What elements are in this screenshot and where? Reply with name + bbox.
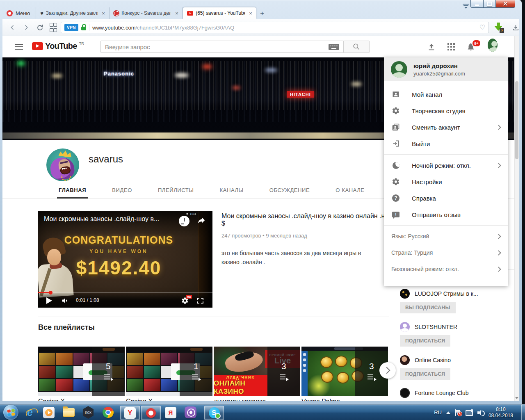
tab-videos[interactable]: ВИДЕО	[112, 182, 132, 199]
banner-light	[232, 86, 240, 89]
start-button[interactable]	[3, 405, 18, 420]
related-channel-row[interactable]: Online Casino	[400, 355, 515, 365]
hamburger-menu-icon[interactable]	[15, 44, 23, 50]
downloads-button[interactable]	[510, 23, 521, 32]
menu-item-creator-studio[interactable]: Творческая студия	[384, 103, 508, 119]
show-desktop-button[interactable]	[521, 404, 525, 420]
fullscreen-button[interactable]	[197, 298, 203, 304]
volume-button[interactable]	[61, 297, 69, 305]
network-icon[interactable]	[466, 409, 473, 416]
language-indicator[interactable]: RU	[434, 409, 442, 415]
upload-button[interactable]	[427, 42, 436, 52]
playlist-title[interactable]: Casino X	[38, 398, 65, 401]
tab-discussion[interactable]: ОБСУЖДЕНИЕ	[269, 182, 310, 199]
new-tab-button[interactable]: +	[256, 8, 268, 19]
reload-button[interactable]	[34, 23, 45, 32]
channel-link[interactable]: Online Casino	[415, 357, 451, 363]
scrollbar-down-arrow[interactable]	[515, 397, 518, 399]
keyboard-icon[interactable]	[329, 44, 339, 50]
scrollbar-thumb[interactable]	[515, 81, 518, 159]
taskbar-yandex-browser[interactable]: Y	[120, 406, 140, 420]
tab-menu-icon[interactable]	[461, 3, 470, 9]
player-video-title[interactable]: Мои скромные заносы .слайд-шоу в...	[44, 215, 163, 223]
subscribe-button[interactable]: ПОДПИСАТЬСЯ	[400, 368, 450, 380]
related-channel-row[interactable]: Fortune Lounge Club	[400, 388, 515, 398]
subscribe-button[interactable]: ПОДПИСАТЬСЯ	[400, 335, 450, 347]
account-avatar-button[interactable]	[488, 40, 498, 50]
taskbar-nox[interactable]: nox	[81, 406, 95, 419]
close-button[interactable]	[495, 0, 515, 8]
taskbar-skype[interactable]: S	[204, 406, 224, 420]
tab-bookmarks[interactable]: ♥ Закладки: Другие закладк ×	[36, 7, 110, 19]
channel-link[interactable]: Fortune Lounge Club	[415, 390, 469, 396]
channel-link[interactable]: SLOTSHUNTER	[415, 324, 457, 330]
menu-item-sign-out[interactable]: Выйти	[384, 135, 508, 152]
tab-home[interactable]: ГЛАВНАЯ	[59, 182, 86, 199]
playlist-title[interactable]: лудоман караоке	[214, 398, 266, 401]
channel-avatar[interactable]	[46, 148, 79, 181]
tab-close-icon[interactable]: ×	[173, 10, 180, 16]
video-title-link[interactable]: Мои скромные заносы .слайд-шоу в казино …	[221, 212, 390, 227]
taskbar-clock[interactable]: 8:10 08.04.2018	[488, 406, 513, 419]
search-input[interactable]	[100, 41, 343, 53]
taskbar-internet-explorer[interactable]: e	[23, 406, 37, 419]
progress-bar[interactable]	[38, 292, 212, 293]
notifications-button[interactable]: 9+	[466, 42, 476, 52]
apps-button[interactable]	[446, 42, 456, 52]
menu-item-help[interactable]: ? Справка	[384, 190, 508, 206]
bookmark-heart-icon[interactable]: ♡	[479, 24, 485, 31]
menu-item-dark-mode[interactable]: Ночной режим: откл.	[384, 157, 508, 173]
taskbar-yandex[interactable]: Я	[163, 406, 178, 419]
playlist-title[interactable]: Vegas Palms	[301, 398, 340, 401]
menu-item-feedback[interactable]: ! Отправить отзыв	[384, 206, 508, 223]
tab-youtube-active[interactable]: (65) savarus - YouTube - Y ×	[183, 7, 256, 19]
tab-about[interactable]: О КАНАЛЕ	[336, 182, 364, 199]
tab-close-icon[interactable]: ×	[247, 10, 254, 16]
speaker-icon[interactable]	[477, 409, 484, 416]
playlists-next-button[interactable]	[379, 362, 396, 379]
hidden-icons-arrow[interactable]	[446, 411, 450, 414]
tab-contest[interactable]: Конкурс - Savarus делитс ×	[110, 7, 183, 19]
maximize-button[interactable]	[484, 0, 495, 8]
youtube-logo[interactable]: YouTube TR	[32, 42, 84, 50]
menu-item-settings[interactable]: Настройки	[384, 173, 508, 190]
opera-menu-button[interactable]: Меню	[4, 7, 36, 19]
taskbar-explorer[interactable]	[62, 406, 75, 419]
back-button[interactable]	[7, 23, 18, 32]
play-button[interactable]	[46, 297, 52, 304]
forward-button[interactable]	[21, 23, 31, 32]
menu-item-language[interactable]: Язык: Русский	[384, 228, 508, 244]
page-scrollbar[interactable]	[514, 36, 519, 401]
menu-item-switch-account[interactable]: Сменить аккаунт	[384, 119, 508, 135]
playlist-card[interactable]: 5	[38, 347, 125, 396]
watch-later-button[interactable]	[179, 216, 189, 226]
menu-item-country[interactable]: Страна: Турция	[384, 244, 508, 261]
share-button[interactable]	[196, 215, 207, 225]
taskbar-opera[interactable]	[141, 406, 161, 420]
playlist-card[interactable]: 1	[126, 347, 212, 396]
action-center-flag-icon[interactable]: ✕	[455, 409, 461, 416]
related-channel-row[interactable]: SLOTSHUNTER	[400, 322, 515, 332]
featured-video-player[interactable]: CONGRATULATIONS YOU HAVE WON $1492.40 Мо…	[38, 211, 212, 308]
channel-link[interactable]: LUDOJOP Стримы в к...	[415, 290, 478, 297]
speed-dial-icon[interactable]	[48, 23, 58, 32]
playlist-card[interactable]: 3	[301, 347, 388, 396]
taskbar-chrome[interactable]	[101, 406, 115, 419]
related-channel-row[interactable]: LUDOJOP Стримы в к...	[400, 289, 515, 299]
savefrom-extension-icon[interactable]: ?	[493, 22, 504, 32]
vpn-badge[interactable]: VPN	[64, 24, 78, 31]
tab-close-icon[interactable]: ×	[100, 10, 107, 16]
subscribed-button[interactable]: ВЫ ПОДПИСАНЫ	[400, 302, 456, 313]
menu-item-restricted-mode[interactable]: Безопасный режим: откл.	[384, 261, 508, 277]
menu-item-my-channel[interactable]: Мой канал	[384, 86, 508, 103]
taskbar-media-player[interactable]	[42, 406, 56, 419]
minimize-button[interactable]	[470, 0, 484, 8]
playlist-card[interactable]: ПРЯМОЙ ЭФИР Live ЛУДА'ЧНИК ОНЛАЙН КАЗИНО…	[214, 347, 300, 396]
settings-button[interactable]: HD	[181, 297, 189, 304]
search-button[interactable]	[343, 41, 370, 53]
tab-playlists[interactable]: ПЛЕЙЛИСТЫ	[158, 182, 194, 199]
taskbar-viber[interactable]	[183, 406, 198, 419]
playlist-title[interactable]: Casino X	[126, 398, 153, 401]
tab-channels[interactable]: КАНАЛЫ	[219, 182, 243, 199]
address-bar[interactable]: VPN www.youtube.com/channel/UC1bPM7yx88G…	[61, 22, 489, 33]
